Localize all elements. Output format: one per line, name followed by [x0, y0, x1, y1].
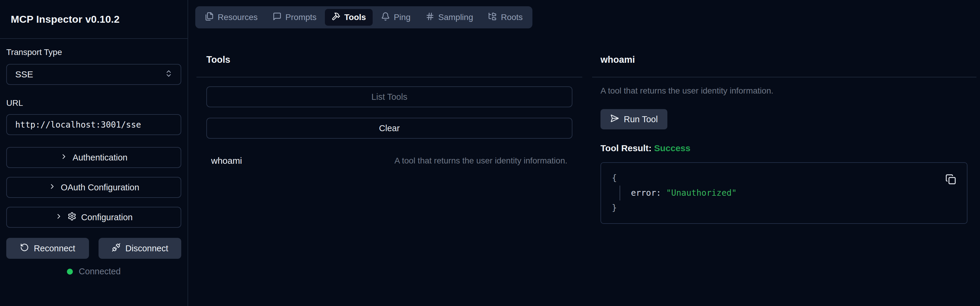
tool-result-status: Success [654, 143, 690, 153]
reconnect-button-label: Reconnect [34, 244, 75, 253]
copy-icon [945, 174, 956, 186]
message-square-icon [273, 12, 282, 23]
tab-resources[interactable]: Resources [198, 9, 264, 26]
tab-roots-label: Roots [501, 13, 523, 22]
json-close-brace: } [612, 201, 940, 215]
tab-prompts-label: Prompts [285, 13, 317, 22]
main-tabbar: Resources Prompts Tools Ping Sampling Ro… [195, 6, 532, 29]
reconnect-button[interactable]: Reconnect [6, 238, 89, 259]
chevrons-up-down-icon [164, 69, 173, 80]
url-label: URL [6, 98, 181, 108]
tool-name: whoami [211, 156, 242, 166]
tab-ping[interactable]: Ping [374, 9, 417, 26]
json-string-value: "Unauthorized" [666, 188, 737, 198]
clear-button[interactable]: Clear [206, 118, 573, 139]
copy-button[interactable] [945, 174, 957, 186]
json-key: error: [631, 188, 666, 198]
list-tools-button[interactable]: List Tools [206, 86, 573, 107]
oauth-configuration-button-label: OAuth Configuration [61, 183, 140, 193]
hash-icon [425, 12, 434, 23]
chevron-right-icon [60, 153, 68, 163]
disconnect-button-label: Disconnect [126, 244, 168, 253]
tool-result-line: Tool Result: Success [600, 143, 977, 153]
tab-resources-label: Resources [218, 13, 258, 22]
chevron-right-icon [48, 183, 56, 193]
authentication-button-label: Authentication [73, 153, 127, 163]
chevron-right-icon [55, 212, 63, 222]
sidebar-body: Transport Type SSE URL Authentication OA… [0, 39, 188, 276]
transport-select[interactable]: SSE [6, 64, 181, 85]
run-tool-button-label: Run Tool [624, 115, 658, 124]
status-dot-icon [67, 269, 73, 275]
tool-list-item-whoami[interactable]: whoami A tool that returns the user iden… [211, 154, 567, 168]
tools-panel-heading: Tools [206, 55, 582, 65]
tool-detail-panel: whoami A tool that returns the user iden… [592, 55, 977, 224]
rotate-ccw-icon [20, 243, 29, 254]
send-icon [610, 114, 619, 125]
bell-icon [381, 12, 390, 23]
run-tool-button[interactable]: Run Tool [600, 109, 667, 129]
configuration-button-label: Configuration [81, 212, 133, 222]
configuration-button[interactable]: Configuration [6, 207, 181, 228]
app-title: MCP Inspector v0.10.2 [11, 13, 120, 25]
connection-status: Connected [6, 266, 181, 276]
hammer-icon [331, 12, 340, 23]
tool-result-json-viewer: { error: "Unauthorized" } [600, 162, 967, 224]
tab-roots[interactable]: Roots [481, 9, 529, 26]
disconnect-button[interactable]: Disconnect [99, 238, 181, 259]
folder-tree-icon [488, 12, 497, 23]
tool-detail-description: A tool that returns the user identity in… [600, 86, 967, 96]
tools-panel: Tools List Tools Clear whoami A tool tha… [196, 55, 582, 168]
tab-sampling-label: Sampling [438, 13, 473, 22]
tool-detail-divider [592, 77, 977, 77]
sidebar-header: MCP Inspector v0.10.2 [0, 0, 188, 39]
authentication-button[interactable]: Authentication [6, 147, 181, 168]
json-error-line: error: "Unauthorized" [620, 186, 940, 201]
tab-sampling[interactable]: Sampling [419, 9, 480, 26]
gear-icon [67, 212, 76, 223]
sidebar: MCP Inspector v0.10.2 Transport Type SSE… [0, 0, 188, 306]
tab-tools[interactable]: Tools [325, 9, 373, 26]
status-text: Connected [79, 266, 121, 276]
unplug-icon [112, 243, 121, 254]
tab-ping-label: Ping [394, 13, 410, 22]
files-icon [205, 12, 214, 23]
json-open-brace: { [612, 171, 940, 186]
tool-description: A tool that returns the user identity in… [395, 156, 567, 166]
transport-type-label: Transport Type [6, 47, 181, 57]
oauth-configuration-button[interactable]: OAuth Configuration [6, 177, 181, 198]
tool-detail-heading: whoami [600, 55, 977, 65]
url-input[interactable] [6, 114, 181, 135]
tab-prompts[interactable]: Prompts [266, 9, 323, 26]
transport-select-value: SSE [15, 69, 33, 80]
tool-result-label: Tool Result: [600, 143, 652, 153]
tools-panel-divider [196, 77, 582, 77]
tab-tools-label: Tools [344, 13, 366, 22]
connection-actions: Reconnect Disconnect [6, 238, 181, 259]
